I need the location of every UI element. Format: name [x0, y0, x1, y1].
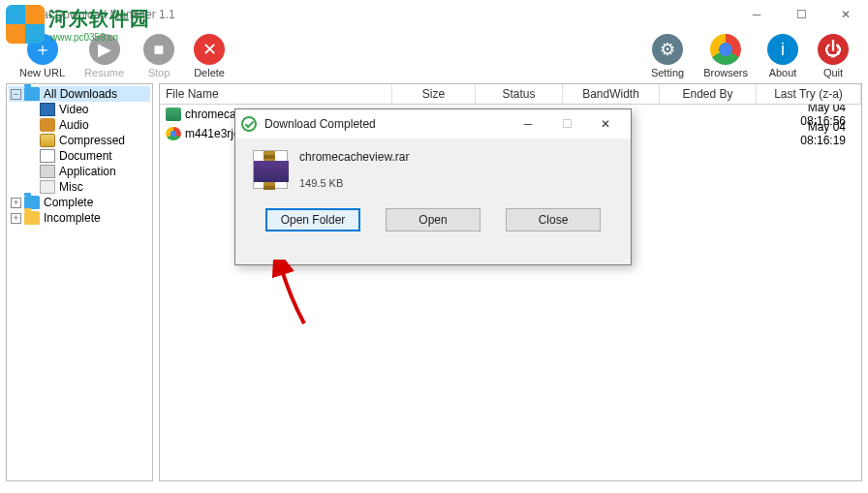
delete-label: Delete: [194, 67, 225, 78]
plus-icon: ＋: [27, 34, 58, 65]
audio-icon: [40, 118, 55, 132]
window-buttons: ─ ☐ ✕: [734, 0, 868, 29]
stop-label: Stop: [148, 67, 170, 78]
document-icon: [40, 149, 55, 163]
stop-button[interactable]: ■ Stop: [143, 34, 174, 78]
gear-icon: ⚙: [652, 34, 683, 65]
window-maximize[interactable]: ☐: [779, 0, 823, 29]
checkmark-icon: [241, 116, 257, 132]
x-icon: ✕: [194, 34, 225, 65]
col-bandwidth[interactable]: BandWidth: [563, 84, 660, 104]
browsers-label: Browsers: [703, 67, 748, 78]
stop-icon: ■: [143, 34, 174, 65]
folder-icon: [24, 87, 40, 101]
tree-audio[interactable]: Audio: [24, 117, 150, 133]
open-folder-button[interactable]: Open Folder: [265, 208, 360, 231]
tree-label: Video: [59, 103, 88, 116]
resume-button[interactable]: ▶ Resume: [84, 34, 124, 78]
window-minimize[interactable]: ─: [734, 0, 779, 29]
col-size[interactable]: Size: [392, 84, 476, 104]
about-button[interactable]: i About: [767, 34, 798, 78]
archive-icon: [40, 134, 55, 147]
expand-icon[interactable]: +: [11, 198, 21, 208]
collapse-icon[interactable]: −: [11, 89, 21, 100]
tree-all-downloads[interactable]: − All Downloads: [9, 86, 150, 102]
col-filename[interactable]: File Name: [160, 84, 392, 104]
column-headers: File Name Size Status BandWidth Ended By…: [160, 84, 861, 105]
dialog-minimize[interactable]: ─: [509, 110, 547, 138]
tree-incomplete[interactable]: + Incomplete: [9, 210, 150, 226]
tree-label: Audio: [59, 118, 89, 132]
col-endedby[interactable]: Ended By: [660, 84, 757, 104]
app-icon: [6, 7, 21, 22]
chrome-icon: [166, 127, 181, 140]
dialog-filesize: 149.5 KB: [299, 177, 409, 189]
tree-label: Application: [59, 165, 116, 178]
video-icon: [40, 103, 55, 116]
quit-button[interactable]: ⏻ Quit: [818, 34, 849, 78]
misc-icon: [40, 180, 55, 194]
delete-button[interactable]: ✕ Delete: [194, 34, 225, 78]
dialog-titlebar: Download Completed ─ ☐ ✕: [235, 109, 631, 139]
row-lasttry: May 04 08:16:19: [757, 118, 861, 149]
chrome-icon: [710, 34, 741, 65]
folder-icon: [24, 211, 40, 225]
tree-label: Incomplete: [44, 211, 101, 225]
play-icon: ▶: [89, 34, 120, 65]
dialog-filename: chromecacheview.rar: [299, 150, 409, 164]
tree-misc[interactable]: Misc: [24, 179, 150, 195]
tree-document[interactable]: Document: [24, 148, 150, 164]
rar-file-icon: [253, 150, 288, 189]
window-close[interactable]: ✕: [823, 0, 868, 29]
open-button[interactable]: Open: [386, 208, 480, 231]
category-tree: − All Downloads Video Audio Compressed: [6, 83, 153, 481]
folder-icon: [24, 196, 40, 209]
setting-label: Setting: [651, 67, 684, 78]
close-button[interactable]: Close: [506, 208, 601, 231]
tree-label: Compressed: [59, 134, 125, 147]
tree-application[interactable]: Application: [24, 164, 150, 179]
dialog-close[interactable]: ✕: [586, 110, 625, 138]
new-url-button[interactable]: ＋ New URL: [19, 34, 65, 78]
toolbar: ＋ New URL ▶ Resume ■ Stop ✕ Delete ⚙ Set…: [0, 29, 868, 83]
window-titlebar: Neat Download Manager 1.1 ─ ☐ ✕: [0, 0, 868, 29]
browsers-button[interactable]: Browsers: [703, 34, 748, 78]
expand-icon[interactable]: +: [11, 213, 21, 224]
col-status[interactable]: Status: [476, 84, 563, 104]
window-title: Neat Download Manager 1.1: [27, 8, 175, 21]
power-icon: ⏻: [818, 34, 849, 65]
application-icon: [40, 165, 55, 178]
setting-button[interactable]: ⚙ Setting: [651, 34, 684, 78]
new-url-label: New URL: [19, 67, 65, 78]
about-label: About: [769, 67, 797, 78]
tree-label: All Downloads: [44, 87, 117, 101]
tree-label: Document: [59, 149, 112, 163]
tree-video[interactable]: Video: [24, 102, 150, 117]
archive-icon: [166, 108, 181, 121]
quit-label: Quit: [823, 67, 843, 78]
download-completed-dialog: Download Completed ─ ☐ ✕ chromecacheview…: [234, 108, 632, 265]
info-icon: i: [767, 34, 798, 65]
resume-label: Resume: [84, 67, 124, 78]
dialog-title: Download Completed: [264, 117, 376, 131]
tree-compressed[interactable]: Compressed: [24, 133, 150, 148]
tree-label: Misc: [59, 180, 83, 194]
col-lasttry[interactable]: Last Try (z-a): [757, 84, 861, 104]
tree-label: Complete: [44, 196, 93, 209]
dialog-maximize[interactable]: ☐: [547, 110, 586, 138]
